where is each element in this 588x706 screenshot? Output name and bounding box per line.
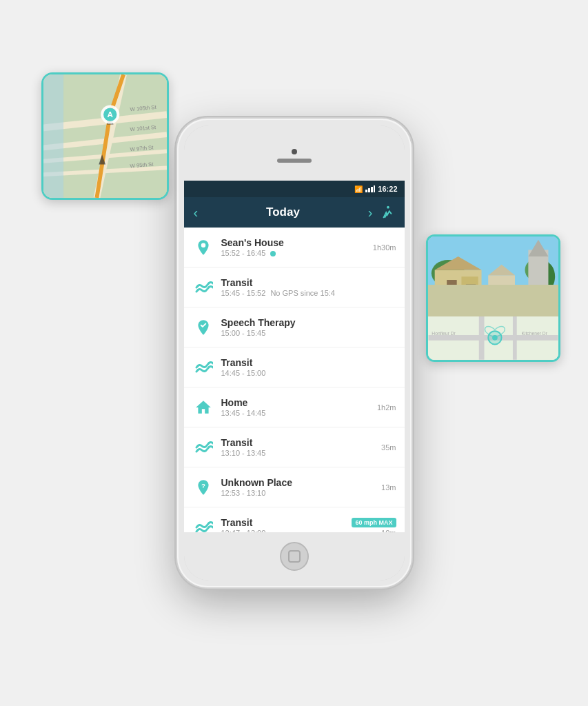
location-dot: [270, 251, 276, 256]
street-svg: [428, 236, 558, 316]
transit-wave-icon-2: [194, 358, 213, 377]
item-content: Transit 14:45 - 15:00: [221, 357, 396, 377]
item-title: Speech Therapy: [221, 317, 396, 328]
list-item[interactable]: ? Unknown Place 12:53 - 13:10 13m: [184, 467, 405, 507]
map-popover-right[interactable]: Honfleur Dr Kitchener Dr: [426, 234, 560, 362]
item-title: Transit: [221, 517, 352, 528]
svg-text:A: A: [108, 110, 114, 119]
item-title: Sean's House: [221, 237, 373, 248]
list-item[interactable]: Home 13:45 - 14:45 1h2m: [184, 387, 405, 427]
svg-text:Honfleur Dr: Honfleur Dr: [432, 331, 456, 336]
svg-text:?: ?: [201, 482, 205, 490]
location-icon: [192, 236, 214, 259]
home-svg: [194, 399, 212, 416]
nav-header: ‹ Today ›: [184, 197, 405, 228]
phone-bottom-bezel: [184, 532, 405, 581]
svg-rect-40: [371, 187, 373, 192]
pin-dot-icon: [194, 239, 212, 256]
pin-check-svg: [194, 319, 212, 336]
status-time: 16:22: [378, 185, 397, 193]
item-title: Home: [221, 397, 377, 408]
item-time: 12:53 - 13:10: [221, 489, 382, 497]
item-time: 15:52 - 16:45: [221, 249, 373, 257]
list-item[interactable]: Transit 14:45 - 15:00: [184, 347, 405, 387]
chevron-right-icon[interactable]: ›: [368, 205, 373, 221]
transit-icon: [192, 436, 214, 458]
item-time: 14:45 - 15:00: [221, 369, 396, 377]
nav-title: Today: [266, 205, 300, 219]
svg-point-42: [387, 206, 389, 209]
item-duration: 1h2m: [377, 403, 396, 412]
item-title: Transit: [221, 437, 382, 448]
item-duration: 35m: [381, 443, 396, 452]
svg-point-43: [201, 243, 205, 248]
runner-icon[interactable]: [380, 205, 395, 220]
svg-rect-11: [43, 74, 63, 198]
svg-rect-27: [465, 285, 476, 292]
pin-question-svg: ?: [194, 478, 212, 496]
item-title: Transit: [221, 357, 396, 368]
item-title: Unknown Place: [221, 477, 382, 488]
item-content: Unknown Place 12:53 - 13:10: [221, 477, 382, 497]
item-content: Sean's House 15:52 - 16:45: [221, 237, 373, 257]
list-item[interactable]: Transit 12:47 - 13:00 60 mph MAX 10m: [184, 507, 405, 532]
phone-inner: 📶 16:22 ‹ Today: [184, 125, 405, 581]
svg-rect-22: [428, 290, 558, 317]
list-item[interactable]: Sean's House 15:52 - 16:45 1h30m: [184, 228, 405, 268]
status-icons: 📶 16:22: [354, 185, 397, 193]
item-content: Home 13:45 - 14:45: [221, 397, 377, 417]
transit-icon: [192, 356, 214, 379]
svg-rect-28: [488, 275, 515, 293]
item-content: Transit 12:47 - 13:00: [221, 517, 352, 532]
speed-badge: 60 mph MAX: [352, 518, 396, 527]
svg-rect-41: [374, 185, 375, 192]
camera: [292, 149, 297, 154]
speaker: [277, 159, 312, 163]
item-duration: 1h30m: [373, 243, 396, 252]
item-content: Speech Therapy 15:00 - 15:45: [221, 317, 396, 337]
list-item[interactable]: Transit 13:10 - 13:45 35m: [184, 427, 405, 467]
transit-icon: [192, 276, 214, 299]
phone-top-bezel: [184, 125, 405, 181]
signal-icon: [365, 185, 375, 192]
svg-text:Kitchener Dr: Kitchener Dr: [521, 331, 547, 336]
screen: 📶 16:22 ‹ Today: [184, 181, 405, 532]
wifi-icon: 📶: [354, 185, 363, 193]
item-time: 13:10 - 13:45: [221, 449, 382, 457]
svg-rect-39: [368, 188, 370, 192]
transit-wave-icon-4: [194, 518, 213, 533]
transit-wave-icon: [194, 278, 213, 297]
map-svg: A W 105th St W 101st St W 97th St W 95th…: [43, 74, 167, 198]
list-item[interactable]: Speech Therapy 15:00 - 15:45: [184, 307, 405, 347]
mini-map: Honfleur Dr Kitchener Dr: [428, 316, 558, 360]
home-button[interactable]: [280, 542, 309, 571]
scene: A W 105th St W 101st St W 97th St W 95th…: [0, 0, 588, 706]
timeline: Sean's House 15:52 - 16:45 1h30m: [184, 228, 405, 532]
item-time: 13:45 - 14:45: [221, 409, 377, 417]
home-icon: [192, 396, 214, 418]
check-pin-icon: [192, 316, 214, 339]
svg-rect-38: [365, 190, 367, 192]
home-button-inner: [288, 550, 301, 563]
transit-wave-icon-3: [194, 438, 213, 457]
item-content: Transit 15:45 - 15:52 No GPS since 15:4: [221, 277, 396, 297]
unknown-pin-icon: ?: [192, 476, 214, 498]
map-canvas: A W 105th St W 101st St W 97th St W 95th…: [43, 74, 167, 198]
item-content: Transit 13:10 - 13:45: [221, 437, 382, 457]
item-duration: 13m: [381, 483, 396, 492]
chevron-left-icon: ‹: [194, 205, 199, 221]
svg-rect-26: [461, 276, 478, 293]
list-item[interactable]: Transit 15:45 - 15:52 No GPS since 15:4: [184, 268, 405, 307]
map-popover-left[interactable]: A W 105th St W 101st St W 97th St W 95th…: [41, 72, 169, 200]
item-time: 15:00 - 15:45: [221, 329, 396, 337]
phone: 📶 16:22 ‹ Today: [177, 119, 412, 587]
item-right: 60 mph MAX 10m: [352, 518, 396, 533]
mini-map-svg: Honfleur Dr Kitchener Dr: [428, 316, 558, 360]
status-bar: 📶 16:22: [184, 181, 405, 197]
item-time: 15:45 - 15:52 No GPS since 15:4: [221, 289, 396, 297]
transit-icon: [192, 516, 214, 533]
street-view-photo: [428, 236, 558, 316]
svg-rect-25: [447, 280, 457, 293]
item-title: Transit: [221, 277, 396, 288]
nav-prev[interactable]: ‹: [194, 205, 199, 221]
